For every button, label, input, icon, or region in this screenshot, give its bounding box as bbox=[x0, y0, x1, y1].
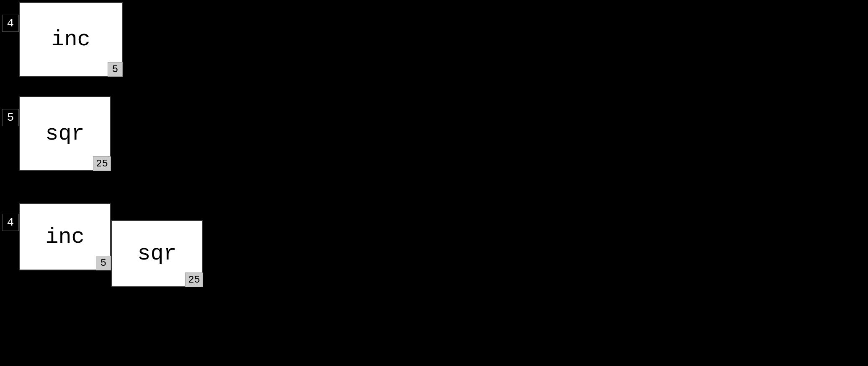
group3-output: 25 bbox=[185, 273, 203, 287]
group2-sqr: 5 sqr 25 bbox=[2, 96, 111, 171]
group2-input: 5 bbox=[2, 109, 19, 126]
group3-chained: 4 inc 5 sqr 25 bbox=[2, 197, 203, 287]
group3-chain-badge: 5 bbox=[96, 256, 111, 270]
group3-sqr-box: sqr 25 bbox=[111, 220, 203, 287]
group3-input: 4 bbox=[2, 214, 19, 231]
group3-inc-label: inc bbox=[45, 225, 85, 249]
group1-input: 4 bbox=[2, 15, 19, 32]
canvas: 4 inc 5 5 sqr 25 4 inc 5 sqr 25 bbox=[0, 0, 868, 366]
group1-node-label: inc bbox=[51, 27, 90, 52]
group3-sqr-label: sqr bbox=[137, 241, 177, 266]
group2-output: 25 bbox=[93, 156, 111, 171]
group2-node-box: sqr 25 bbox=[19, 96, 111, 171]
group2-node-label: sqr bbox=[45, 122, 85, 146]
group1-inc: 4 inc 5 bbox=[2, 2, 123, 77]
group1-output: 5 bbox=[108, 62, 123, 77]
group3-inc-box: inc 5 bbox=[19, 203, 111, 270]
group1-node-box: inc 5 bbox=[19, 2, 123, 77]
